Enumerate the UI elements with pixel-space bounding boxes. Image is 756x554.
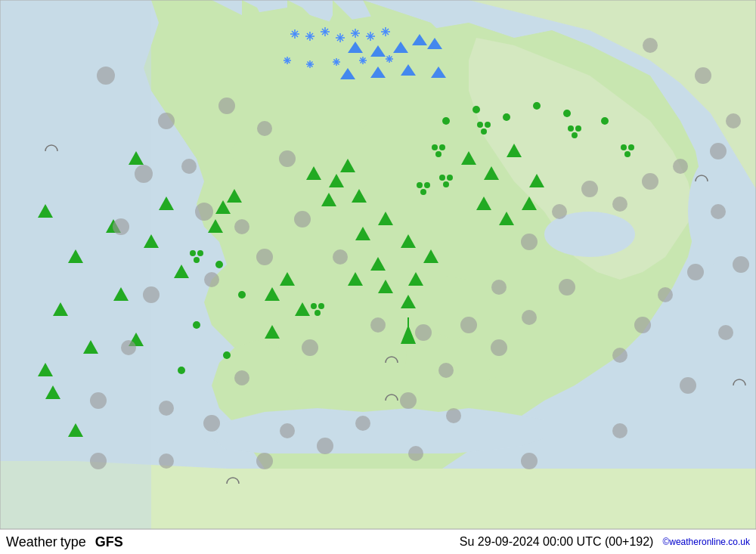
- svg-point-131: [194, 257, 200, 263]
- svg-point-174: [159, 453, 174, 469]
- bottom-left-info: Weather type GFS: [6, 534, 123, 550]
- svg-point-176: [370, 317, 386, 333]
- svg-point-196: [446, 408, 461, 423]
- svg-point-185: [642, 173, 658, 190]
- svg-point-138: [439, 175, 445, 181]
- svg-point-143: [481, 128, 487, 135]
- svg-point-181: [521, 234, 538, 250]
- svg-point-148: [628, 144, 634, 150]
- svg-point-123: [601, 117, 609, 125]
- svg-point-170: [159, 401, 174, 416]
- svg-point-166: [204, 272, 219, 287]
- svg-point-172: [234, 370, 249, 385]
- svg-point-180: [491, 280, 507, 295]
- type-label: type: [60, 534, 86, 550]
- svg-point-210: [643, 38, 658, 53]
- svg-point-173: [90, 453, 107, 469]
- svg-point-193: [559, 279, 575, 296]
- model-label: GFS: [95, 534, 123, 550]
- svg-point-133: [439, 144, 445, 150]
- svg-point-208: [726, 113, 741, 128]
- svg-point-169: [90, 392, 107, 409]
- svg-point-126: [193, 321, 200, 329]
- svg-point-195: [491, 339, 507, 356]
- bottom-right-info: Su 29-09-2024 00:00 UTC (00+192) ©weathe…: [460, 535, 750, 549]
- svg-point-194: [522, 310, 537, 325]
- svg-point-199: [317, 438, 333, 454]
- svg-point-132: [432, 144, 438, 150]
- copyright-label: ©weatheronline.co.uk: [662, 537, 750, 547]
- date-label: Su 29-09-2024 00:00 UTC (00+192): [460, 535, 654, 549]
- svg-point-158: [218, 97, 235, 114]
- svg-point-122: [563, 110, 571, 117]
- svg-point-167: [143, 286, 160, 303]
- svg-point-119: [472, 106, 480, 113]
- svg-point-141: [477, 122, 483, 128]
- svg-point-165: [256, 249, 273, 265]
- svg-point-161: [234, 219, 249, 234]
- svg-point-144: [568, 125, 574, 132]
- svg-rect-18: [0, 0, 151, 529]
- svg-point-190: [658, 287, 673, 302]
- svg-point-152: [314, 310, 321, 316]
- svg-point-129: [190, 250, 196, 256]
- svg-point-154: [158, 113, 175, 129]
- svg-point-183: [581, 181, 598, 197]
- svg-point-207: [733, 256, 749, 273]
- svg-point-206: [718, 325, 733, 340]
- svg-point-187: [710, 143, 727, 159]
- svg-point-163: [294, 211, 311, 227]
- svg-point-125: [238, 291, 246, 299]
- svg-point-150: [311, 303, 317, 309]
- svg-point-188: [711, 204, 726, 219]
- svg-point-189: [687, 264, 704, 280]
- svg-point-140: [443, 181, 449, 187]
- svg-point-178: [438, 363, 454, 378]
- svg-point-162: [195, 203, 213, 221]
- svg-point-191: [634, 317, 651, 333]
- svg-point-200: [280, 423, 295, 438]
- bottom-bar: Weather type GFS Su 29-09-2024 00:00 UTC…: [0, 529, 756, 554]
- svg-point-146: [572, 132, 578, 138]
- svg-point-182: [552, 204, 567, 219]
- svg-point-155: [135, 165, 153, 183]
- svg-point-157: [181, 159, 197, 174]
- svg-point-121: [533, 102, 541, 110]
- svg-marker-16: [212, 408, 544, 453]
- svg-point-136: [424, 182, 430, 188]
- svg-point-198: [355, 416, 370, 431]
- svg-point-128: [178, 367, 185, 374]
- svg-point-205: [680, 377, 696, 394]
- svg-point-184: [612, 197, 627, 212]
- weather-label: Weather: [6, 534, 57, 550]
- svg-point-134: [435, 151, 442, 157]
- svg-point-142: [485, 122, 491, 128]
- svg-point-137: [420, 189, 426, 195]
- svg-point-203: [521, 453, 538, 469]
- svg-point-168: [121, 340, 136, 355]
- svg-point-153: [97, 67, 115, 85]
- svg-point-156: [113, 218, 129, 235]
- svg-point-118: [442, 117, 450, 125]
- svg-point-177: [415, 324, 432, 341]
- svg-point-209: [695, 67, 711, 84]
- map-container: [0, 0, 756, 529]
- svg-point-139: [447, 175, 453, 181]
- svg-point-127: [223, 351, 231, 359]
- svg-point-179: [460, 317, 477, 333]
- svg-point-192: [612, 348, 627, 363]
- svg-point-204: [612, 423, 627, 438]
- svg-point-201: [256, 453, 273, 469]
- svg-point-130: [197, 250, 203, 256]
- svg-point-147: [621, 144, 627, 150]
- svg-point-124: [215, 261, 223, 268]
- svg-point-160: [279, 150, 296, 167]
- svg-point-175: [302, 339, 318, 356]
- svg-point-120: [503, 113, 510, 121]
- svg-point-159: [257, 121, 272, 136]
- svg-point-135: [417, 182, 423, 188]
- svg-point-186: [673, 159, 688, 174]
- svg-point-202: [408, 446, 423, 461]
- svg-point-149: [624, 151, 631, 157]
- svg-point-197: [400, 392, 417, 409]
